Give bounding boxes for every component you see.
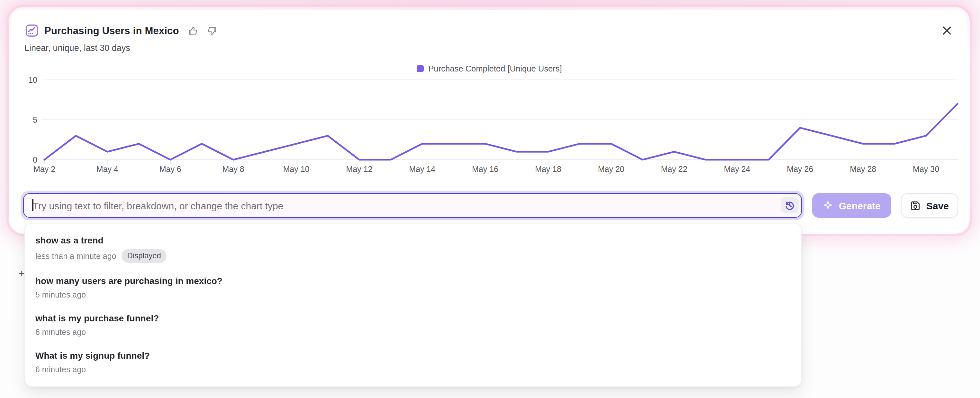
thumbs-down-icon: [207, 26, 217, 36]
svg-text:May 10: May 10: [283, 165, 309, 174]
legend-label: Purchase Completed [Unique Users]: [428, 64, 562, 74]
svg-text:May 26: May 26: [787, 165, 813, 174]
history-item[interactable]: What is my signup funnel?6 minutes ago: [25, 344, 801, 381]
svg-text:May 8: May 8: [223, 165, 244, 174]
history-item-meta: 6 minutes ago: [35, 364, 791, 375]
legend: Purchase Completed [Unique Users]: [11, 64, 967, 74]
chart-subtitle: Linear, unique, last 30 days: [24, 43, 130, 53]
history-clock-icon: [784, 199, 795, 211]
svg-text:May 16: May 16: [472, 165, 498, 174]
thumbs-up-icon: [188, 26, 198, 36]
svg-text:10: 10: [28, 75, 37, 85]
svg-text:May 18: May 18: [535, 165, 562, 174]
page-background: Purchasing Users in Mexico Linear, uniqu…: [0, 0, 980, 398]
generate-button-label: Generate: [839, 200, 881, 211]
svg-text:May 4: May 4: [97, 165, 118, 174]
background-plus-button[interactable]: +: [19, 268, 25, 280]
save-button[interactable]: Save: [901, 193, 958, 218]
svg-text:May 2: May 2: [33, 165, 55, 174]
prompt-input[interactable]: [24, 194, 801, 217]
history-item-query: show as a trend: [35, 235, 791, 246]
prompt-history-dropdown: show as a trendless than a minute agoDis…: [24, 223, 802, 387]
sparkle-icon: [823, 200, 834, 211]
line-chart-icon: [26, 24, 38, 37]
save-icon: [910, 200, 921, 211]
history-item-query: What is my signup funnel?: [35, 350, 791, 361]
history-item[interactable]: what is my purchase funnel?6 minutes ago: [25, 307, 801, 344]
thumbs-down-button[interactable]: [207, 25, 218, 36]
history-item[interactable]: how many users are purchasing in mexico?…: [25, 269, 801, 307]
line-chart-plot[interactable]: 0510May 2May 4May 6May 8May 10May 12May …: [19, 74, 959, 178]
svg-text:May 22: May 22: [661, 165, 687, 174]
page-title: Purchasing Users in Mexico: [45, 25, 179, 37]
svg-text:5: 5: [33, 115, 37, 124]
close-button[interactable]: [940, 24, 953, 37]
generate-button[interactable]: Generate: [812, 193, 891, 218]
history-item-status-badge: Displayed: [121, 249, 167, 263]
close-icon: [941, 25, 952, 36]
history-item-meta: less than a minute agoDisplayed: [35, 249, 791, 263]
svg-text:May 6: May 6: [159, 165, 181, 174]
history-item[interactable]: show as a trendless than a minute agoDis…: [25, 229, 801, 269]
history-button[interactable]: [781, 197, 799, 213]
svg-text:May 30: May 30: [913, 165, 939, 174]
history-item-time: 5 minutes ago: [35, 290, 86, 300]
svg-text:May 28: May 28: [850, 165, 876, 174]
history-item-meta: 6 minutes ago: [35, 327, 791, 337]
history-item-query: how many users are purchasing in mexico?: [35, 275, 791, 286]
prompt-input-wrap: [23, 193, 802, 218]
svg-text:May 24: May 24: [724, 165, 750, 174]
svg-text:May 12: May 12: [346, 165, 372, 174]
thumbs-up-button[interactable]: [188, 25, 198, 36]
svg-text:0: 0: [33, 155, 37, 164]
history-item-meta: 5 minutes ago: [35, 290, 791, 300]
chart-card: Purchasing Users in Mexico Linear, uniqu…: [11, 10, 967, 231]
card-header: Purchasing Users in Mexico: [26, 24, 218, 37]
history-item-time: less than a minute ago: [35, 251, 116, 261]
history-item-time: 6 minutes ago: [35, 364, 86, 375]
history-item-query: what is my purchase funnel?: [35, 312, 791, 324]
save-button-label: Save: [926, 200, 949, 211]
text-caret: [32, 199, 33, 211]
svg-text:May 14: May 14: [409, 165, 435, 174]
history-item-time: 6 minutes ago: [35, 327, 86, 337]
legend-swatch: [417, 65, 424, 72]
legend-item[interactable]: Purchase Completed [Unique Users]: [417, 64, 562, 74]
svg-text:May 20: May 20: [598, 165, 624, 174]
